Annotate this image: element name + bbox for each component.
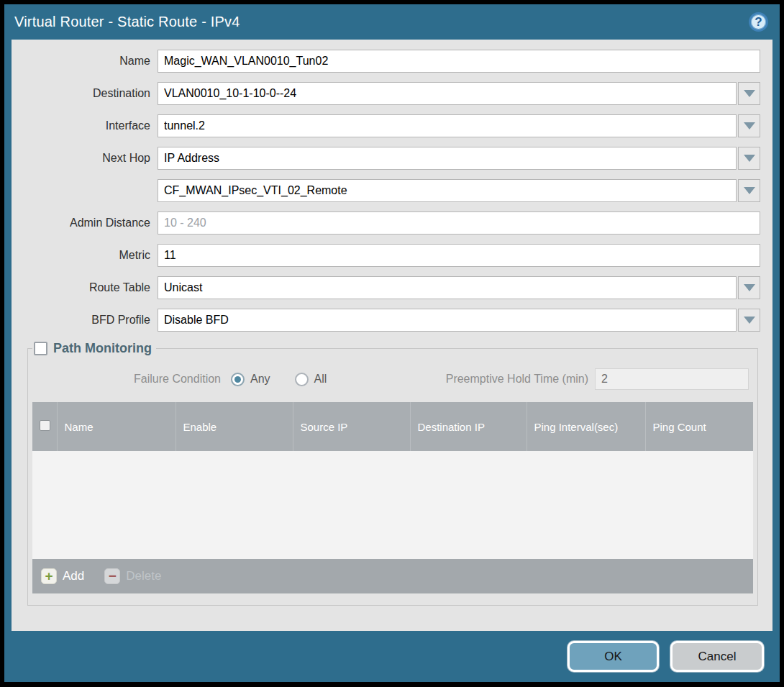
chevron-down-icon <box>744 155 755 162</box>
dialog-footer: OK Cancel <box>4 631 780 682</box>
name-input[interactable] <box>158 50 760 73</box>
interface-dropdown-button[interactable] <box>738 114 760 137</box>
route-table-row: Route Table <box>15 276 760 299</box>
admin-distance-row: Admin Distance <box>15 211 760 235</box>
name-label: Name <box>15 55 158 68</box>
next-hop-address-input[interactable] <box>158 179 737 202</box>
bfd-profile-dropdown-button[interactable] <box>738 309 760 332</box>
bfd-profile-row: BFD Profile <box>15 309 760 332</box>
column-header-source-ip[interactable]: Source IP <box>293 402 410 451</box>
failure-condition-label: Failure Condition <box>32 373 221 386</box>
minus-icon: − <box>104 568 120 584</box>
column-header-destination-ip[interactable]: Destination IP <box>410 402 527 451</box>
destination-row: Destination <box>15 82 760 105</box>
destination-label: Destination <box>15 87 158 100</box>
next-hop-row: Next Hop <box>15 147 760 170</box>
next-hop-address-dropdown-button[interactable] <box>738 179 760 202</box>
interface-label: Interface <box>15 119 158 132</box>
plus-icon: + <box>41 568 57 584</box>
select-all-cell <box>32 402 57 451</box>
table-empty-body <box>32 451 753 559</box>
column-header-ping-interval[interactable]: Ping Interval(sec) <box>527 402 645 451</box>
dialog-frame: Virtual Router - Static Route - IPv4 ? N… <box>4 4 780 682</box>
column-header-enable[interactable]: Enable <box>176 402 293 451</box>
bfd-profile-label: BFD Profile <box>15 314 158 327</box>
column-header-ping-count[interactable]: Ping Count <box>645 402 753 451</box>
failure-condition-row: Failure Condition Any All Preemptive Hol… <box>32 368 749 391</box>
dialog-window: Virtual Router - Static Route - IPv4 ? N… <box>0 0 784 687</box>
chevron-down-icon <box>744 317 755 324</box>
interface-row: Interface <box>15 114 760 137</box>
route-table-dropdown-button[interactable] <box>738 276 760 299</box>
bfd-profile-input[interactable] <box>158 309 737 332</box>
path-monitoring-section: Path Monitoring Failure Condition Any Al… <box>27 341 758 606</box>
next-hop-dropdown-button[interactable] <box>738 147 760 170</box>
add-button[interactable]: + Add <box>41 568 84 584</box>
admin-distance-label: Admin Distance <box>15 217 158 229</box>
failure-condition-any-radio[interactable] <box>231 373 245 386</box>
delete-button-label: Delete <box>126 569 161 583</box>
metric-input[interactable] <box>158 244 760 267</box>
failure-condition-any-label: Any <box>250 373 270 386</box>
cancel-button[interactable]: Cancel <box>670 641 764 672</box>
route-table-input[interactable] <box>158 276 737 299</box>
metric-row: Metric <box>15 244 760 267</box>
path-monitoring-title: Path Monitoring <box>53 341 152 356</box>
chevron-down-icon <box>744 90 755 97</box>
destination-dropdown-button[interactable] <box>738 82 760 105</box>
next-hop-label: Next Hop <box>15 152 158 165</box>
admin-distance-input[interactable] <box>158 211 760 235</box>
next-hop-address-row <box>15 179 760 202</box>
path-monitoring-table: Name Enable Source IP Destination IP Pin… <box>32 402 753 451</box>
next-hop-type-input[interactable] <box>158 147 737 170</box>
path-monitoring-checkbox[interactable] <box>34 342 47 355</box>
dialog-titlebar: Virtual Router - Static Route - IPv4 ? <box>4 4 780 40</box>
ok-button[interactable]: OK <box>568 641 659 672</box>
destination-input[interactable] <box>158 82 737 105</box>
table-toolbar: + Add − Delete <box>32 559 753 593</box>
table-header-row: Name Enable Source IP Destination IP Pin… <box>32 402 753 451</box>
select-all-checkbox[interactable] <box>40 420 50 431</box>
delete-button[interactable]: − Delete <box>104 568 161 584</box>
route-table-label: Route Table <box>15 281 158 294</box>
dialog-body: Name Destination Interface <box>12 40 772 631</box>
failure-condition-all-radio[interactable] <box>295 373 309 386</box>
add-button-label: Add <box>63 569 84 583</box>
dialog-title: Virtual Router - Static Route - IPv4 <box>14 14 240 30</box>
column-header-name[interactable]: Name <box>57 402 176 451</box>
metric-label: Metric <box>15 249 158 262</box>
path-monitoring-legend: Path Monitoring <box>32 341 156 356</box>
chevron-down-icon <box>744 187 755 194</box>
name-row: Name <box>15 50 760 73</box>
preemptive-hold-time-input[interactable] <box>595 368 749 390</box>
preemptive-hold-time-label: Preemptive Hold Time (min) <box>446 373 588 386</box>
failure-condition-all-label: All <box>314 373 327 386</box>
chevron-down-icon <box>744 284 755 291</box>
chevron-down-icon <box>744 122 755 129</box>
help-icon[interactable]: ? <box>749 12 768 32</box>
interface-input[interactable] <box>158 114 737 137</box>
static-route-form: Name Destination Interface <box>12 40 772 332</box>
